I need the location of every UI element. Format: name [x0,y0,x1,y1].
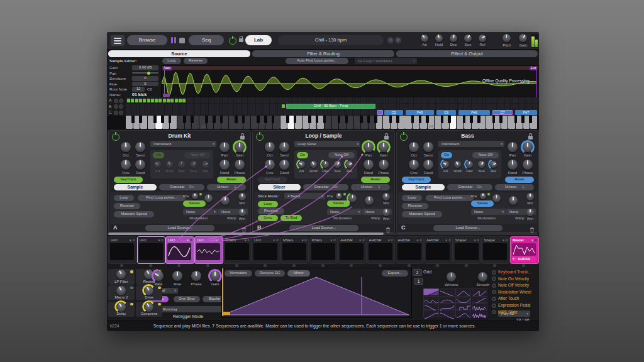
mod-amount-knob[interactable] [204,194,213,202]
note-cell[interactable]: C6 [436,110,456,115]
mod-connect-dot[interactable] [408,264,411,267]
chevron-down-icon[interactable]: ▾ [331,238,333,243]
loop-marker-chip[interactable] [163,94,170,97]
lfo-gain-knob[interactable] [210,271,220,281]
mod-slot-led[interactable] [535,239,537,241]
mod-slot-screen[interactable] [139,243,163,260]
hold-env-knob[interactable] [310,161,317,168]
lfo-rate-knob[interactable] [153,271,164,281]
black-key[interactable] [426,116,429,123]
smooth-knob[interactable] [478,272,487,282]
dec-env-knob[interactable] [178,161,185,168]
chevron-down-icon[interactable]: ▾ [531,238,533,243]
tab-sample[interactable]: Sample [114,184,157,190]
mod-slot-led[interactable] [219,239,221,241]
row-mute-button[interactable] [114,104,118,109]
load-source-button[interactable]: Load Source... [433,225,502,231]
mod-slot-screen[interactable] [369,243,392,260]
keytrack-button[interactable]: KeyTrack [258,177,287,183]
note-cell[interactable]: F#5 [406,110,434,115]
tab-unison[interactable]: Unison1 [351,184,390,190]
loop-button[interactable]: Loop [402,195,422,201]
mod-slot-screen[interactable] [397,243,421,260]
tab-sample[interactable]: Sample [402,184,445,190]
mod-connect-dot[interactable] [350,264,353,267]
chevron-down-icon[interactable]: ▾ [216,238,218,243]
tab-unison[interactable]: Unison1 [207,184,246,190]
note-cell[interactable] [147,99,150,102]
chevron-down-icon[interactable]: ▾ [417,238,419,243]
lock-icon[interactable] [239,38,243,42]
window-knob[interactable] [447,272,456,282]
loop-button[interactable]: Loop [114,195,134,201]
mod-connect-dot[interactable] [436,264,439,267]
mod-connect-dot[interactable] [177,264,180,267]
note-cell[interactable] [143,99,146,102]
semi-knob[interactable] [423,142,433,152]
gain-knob[interactable] [235,142,245,152]
phase-knob[interactable] [523,160,533,170]
chevron-down-icon[interactable]: ▾ [445,238,447,243]
macro-knob[interactable] [116,286,126,295]
hold-env-knob[interactable] [454,161,461,168]
pause-icon[interactable] [171,37,176,43]
mod-slot-6[interactable]: LFO▾ [252,236,280,264]
mod-connect-dot[interactable] [522,264,525,267]
rel-env-knob[interactable] [346,161,353,168]
black-key[interactable] [169,116,172,123]
hold-env-knob[interactable] [166,161,173,168]
modulation-select[interactable]: None [471,209,506,215]
mod-source-led[interactable] [492,283,496,288]
mod-slot-2[interactable]: LFO▾ [137,236,166,264]
shape-preset-3[interactable] [455,288,471,295]
shape-preset-10[interactable] [440,303,455,310]
mod-slot-1[interactable]: LFO▾ [108,236,137,264]
row-mute-button[interactable] [114,99,118,103]
mod-slot-screen[interactable] [426,243,450,260]
shape-preset-4[interactable] [472,288,487,295]
mod-slot-screen[interactable] [110,243,134,260]
mod-source-led[interactable] [492,270,496,275]
mod-slot-screen[interactable] [512,243,536,256]
mix-knob[interactable] [382,193,390,200]
mod-slot-14[interactable]: Shaper▾ [481,236,510,264]
black-key[interactable] [153,116,157,123]
note-cell[interactable] [131,99,134,102]
row-solo-button[interactable] [119,99,123,103]
macro-knob[interactable] [116,302,126,312]
note-cell[interactable] [175,99,178,102]
seq-button[interactable]: Seq [189,35,224,45]
mod-slot-9[interactable]: AHDSR▾ [338,236,367,264]
black-key[interactable] [529,116,532,123]
source-mode-select[interactable]: Loop Slicer [294,141,360,147]
browse-button[interactable]: Browse [127,35,167,45]
source-mode-select[interactable]: Instrument [150,141,216,147]
rand-pan-knob[interactable] [219,160,230,170]
rand-knob[interactable] [279,160,289,170]
tab-granular[interactable]: GranularOn [303,184,348,190]
phase-knob[interactable] [379,160,389,170]
sus-env-knob[interactable] [334,161,341,168]
remove-dc-button[interactable]: Remove DC [255,270,285,277]
mod-slot-led[interactable] [304,239,307,241]
gain-knob[interactable] [523,142,533,152]
sus-env-knob[interactable] [190,161,197,168]
mod-slot-led[interactable] [391,239,393,241]
lab-button[interactable]: Lab [245,35,272,45]
win-knob[interactable] [238,209,246,216]
normalize-button[interactable]: Normalize [225,270,252,277]
mod-slot-led[interactable] [190,239,192,241]
mod-slot-led[interactable] [419,239,422,241]
reset-button[interactable]: Reset [217,177,246,183]
sync-button[interactable]: Sync [258,215,278,221]
rand-pan-knob[interactable] [508,160,518,170]
chevron-down-icon[interactable]: ▾ [158,238,160,243]
black-key[interactable] [338,116,341,123]
tab-granular[interactable]: GranularOn [159,184,204,190]
mod-slot-7[interactable]: MSEG▾ [280,236,309,264]
semitone-value-box[interactable]: 0 [132,76,158,81]
dec-env-knob[interactable] [322,161,329,168]
mod-connect-dot[interactable] [120,264,123,267]
black-key[interactable] [131,116,135,123]
note-off-button[interactable]: Note Off [184,152,211,158]
